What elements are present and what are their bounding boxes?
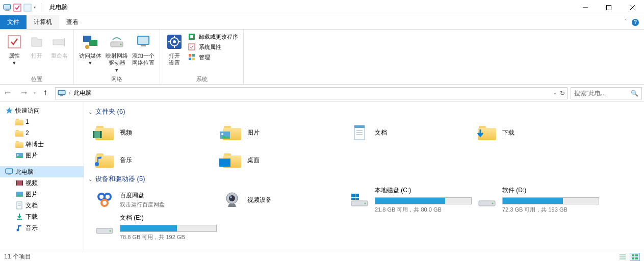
- svg-rect-11: [53, 40, 64, 45]
- star-icon: [5, 107, 13, 115]
- device-baidu[interactable]: 百度网盘 双击运行百度网盘: [93, 188, 221, 212]
- manage-button[interactable]: 管理: [186, 53, 240, 61]
- add-network-location-button[interactable]: 添加一个 网络位置: [130, 31, 157, 66]
- folder-music[interactable]: 音乐: [93, 148, 221, 172]
- svg-rect-47: [22, 180, 23, 186]
- nav-forward-button[interactable]: 🠖: [17, 87, 31, 100]
- refresh-icon[interactable]: ↻: [560, 90, 565, 97]
- tree-videos[interactable]: 视频: [0, 177, 84, 189]
- folder-videos[interactable]: 视频: [93, 120, 221, 145]
- group-folders-header[interactable]: ⌄ 文件夹 (6): [88, 107, 644, 116]
- tree-downloads[interactable]: 下载: [0, 211, 84, 222]
- content-area[interactable]: ⌄ 文件夹 (6) 视频 图片 文档 下载 音乐: [84, 102, 644, 251]
- svg-rect-87: [632, 254, 634, 256]
- svg-rect-5: [24, 4, 31, 11]
- tree-item-2[interactable]: 2: [0, 127, 84, 139]
- properties-qat-icon[interactable]: [23, 4, 32, 12]
- svg-rect-44: [8, 174, 11, 175]
- svg-rect-10: [8, 36, 20, 48]
- svg-rect-78: [351, 198, 355, 200]
- svg-rect-90: [635, 257, 638, 259]
- help-icon[interactable]: ?: [632, 19, 639, 26]
- tree-this-pc[interactable]: 此电脑: [0, 166, 84, 177]
- nav-history-dropdown[interactable]: ▾: [34, 91, 36, 95]
- properties-button[interactable]: 属性 ▾: [3, 31, 25, 66]
- svg-rect-14: [89, 40, 97, 46]
- svg-rect-19: [138, 37, 148, 44]
- tree-pictures[interactable]: 图片: [0, 189, 84, 200]
- svg-point-17: [120, 44, 122, 45]
- search-icon: 🔍: [631, 90, 638, 97]
- downloads-icon: [15, 213, 23, 221]
- folder-downloads[interactable]: 下载: [476, 120, 603, 145]
- drive-c[interactable]: 本地磁盘 (C:) 21.8 GB 可用，共 80.0 GB: [348, 188, 476, 212]
- svg-rect-36: [59, 91, 65, 94]
- drive-icon: [349, 190, 370, 210]
- search-input[interactable]: [574, 90, 638, 97]
- qat-dropdown-icon[interactable]: ▾: [34, 5, 36, 10]
- breadcrumb-root[interactable]: 此电脑: [73, 89, 92, 97]
- svg-point-73: [230, 196, 232, 198]
- svg-point-23: [173, 40, 176, 43]
- qat-separator: [41, 3, 41, 12]
- close-button[interactable]: [621, 0, 644, 15]
- webcam-icon: [222, 190, 242, 210]
- svg-rect-1: [4, 5, 10, 9]
- svg-rect-7: [607, 5, 611, 10]
- tree-documents[interactable]: 文档: [0, 200, 84, 211]
- tree-quick-access[interactable]: 快速访问: [0, 105, 84, 116]
- address-bar[interactable]: › 此电脑 ⌄ ↻: [55, 87, 568, 99]
- svg-point-66: [95, 162, 99, 166]
- uninstall-button[interactable]: 卸载或更改程序: [186, 33, 240, 41]
- tree-item-hanboshi[interactable]: 韩博士: [0, 139, 84, 150]
- address-dropdown-icon[interactable]: ⌄: [553, 91, 557, 95]
- folder-desktop[interactable]: 桌面: [221, 148, 348, 172]
- access-media-button[interactable]: 访问媒体 ▾: [77, 31, 104, 66]
- device-camera[interactable]: 视频设备: [221, 188, 348, 212]
- minimize-button[interactable]: [574, 0, 597, 15]
- tree-item-pictures-q[interactable]: 图片: [0, 150, 84, 161]
- drive-e[interactable]: 文档 (E:) 78.8 GB 可用，共 192 GB: [93, 215, 221, 240]
- svg-rect-77: [355, 194, 359, 197]
- tree-item-1[interactable]: 1: [0, 116, 84, 127]
- drive-d[interactable]: 软件 (D:) 72.3 GB 可用，共 193 GB: [476, 188, 603, 212]
- tab-view[interactable]: 查看: [59, 15, 86, 29]
- pc-icon: [5, 168, 13, 176]
- group-network-label: 网络: [74, 75, 160, 84]
- svg-point-54: [17, 229, 19, 231]
- svg-rect-62: [354, 125, 365, 128]
- svg-rect-76: [351, 194, 355, 197]
- group-devices-header[interactable]: ⌄ 设备和驱动器 (5): [88, 174, 644, 184]
- view-tiles-icon[interactable]: [630, 253, 640, 261]
- system-properties-button[interactable]: 系统属性: [186, 43, 240, 51]
- open-settings-button[interactable]: 打开 设置: [163, 31, 186, 66]
- svg-rect-37: [60, 95, 63, 96]
- music-icon: [15, 224, 23, 232]
- map-drive-button[interactable]: 映射网络 驱动器 ▾: [104, 31, 130, 73]
- chevron-down-icon: ⌄: [88, 176, 92, 182]
- folder-pictures[interactable]: 图片: [221, 120, 348, 145]
- maximize-button[interactable]: [597, 0, 621, 15]
- nav-up-button[interactable]: 🠕: [39, 87, 52, 100]
- svg-rect-43: [6, 169, 12, 173]
- chevron-right-icon[interactable]: ›: [69, 90, 70, 96]
- open-button[interactable]: 打开: [25, 31, 48, 59]
- search-box[interactable]: 🔍: [571, 87, 642, 99]
- tree-music[interactable]: 音乐: [0, 222, 84, 233]
- tab-file[interactable]: 文件: [0, 15, 27, 29]
- svg-point-70: [101, 200, 108, 206]
- drive-icon: [94, 217, 115, 238]
- save-icon[interactable]: [13, 4, 21, 12]
- svg-point-40: [17, 154, 19, 156]
- rename-button[interactable]: 重命名: [48, 31, 70, 59]
- chevron-down-icon: ⌄: [88, 109, 92, 115]
- svg-point-15: [85, 45, 89, 49]
- status-item-count: 11 个项目: [4, 252, 31, 261]
- svg-rect-34: [192, 58, 195, 60]
- ribbon-collapse-icon[interactable]: ˆ: [625, 19, 627, 26]
- folder-documents[interactable]: 文档: [348, 120, 476, 145]
- tab-computer[interactable]: 计算机: [27, 15, 59, 29]
- view-details-icon[interactable]: [617, 253, 628, 261]
- nav-back-button[interactable]: 🠔: [1, 87, 14, 100]
- nav-tree[interactable]: 快速访问 1 2 韩博士 图片 此电脑 视频 图片 文档 下载 音乐: [0, 102, 84, 251]
